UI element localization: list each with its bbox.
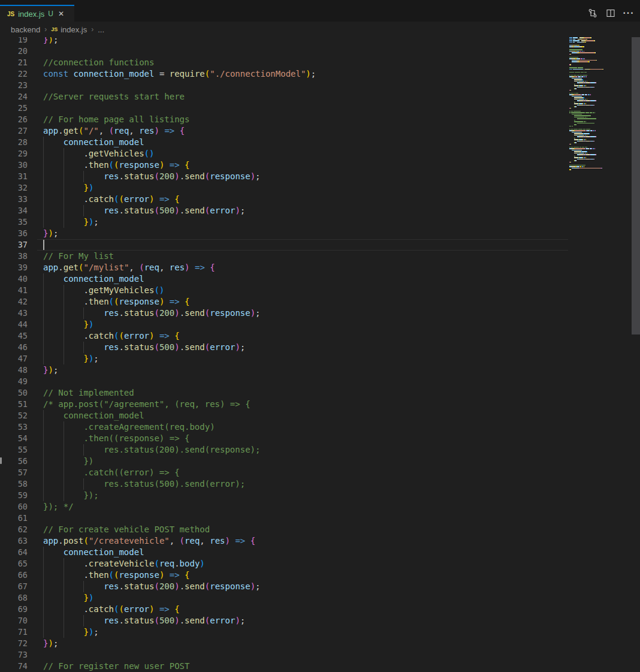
code-line[interactable]: 29 .getVehicles() xyxy=(0,148,568,159)
code-line[interactable]: 47 }); xyxy=(0,353,568,364)
code-line[interactable]: 62// For create vehicle POST method xyxy=(0,524,568,535)
code-line[interactable]: 64 connection_model xyxy=(0,547,568,558)
indent-guide xyxy=(64,159,64,171)
code-line[interactable]: 31 res.status(200).send(response); xyxy=(0,171,568,182)
code-line[interactable]: 59 }); xyxy=(0,490,568,501)
code-line[interactable]: 50// Not implemented xyxy=(0,387,568,399)
scrollbar-thumb[interactable] xyxy=(632,37,640,335)
code-line[interactable]: 70 res.status(500).send(error); xyxy=(0,615,568,626)
code-line[interactable]: 39app.get("/mylist", (req, res) => { xyxy=(0,262,568,273)
code-line[interactable]: 28 connection_model xyxy=(0,137,568,148)
code-line[interactable]: 54 .then((response) => { xyxy=(0,433,568,444)
indent-guide xyxy=(43,353,44,364)
indent-guide xyxy=(43,467,44,478)
code-line[interactable]: 55 res.status(200).send(response); xyxy=(0,444,568,456)
close-tab-icon[interactable]: ✕ xyxy=(58,10,64,18)
code-line[interactable]: 57 .catch((error) => { xyxy=(0,467,568,478)
code-line[interactable]: 26// For home page all listings xyxy=(0,114,568,125)
code-line[interactable]: 68 }) xyxy=(0,592,568,604)
code-line[interactable]: 40 connection_model xyxy=(0,273,568,285)
javascript-file-icon: JS xyxy=(51,26,58,32)
code-line[interactable]: 63app.post("/createvehicle", (req, res) … xyxy=(0,535,568,547)
code-text xyxy=(43,376,568,387)
indent-guide xyxy=(64,444,64,456)
breadcrumb-item-index-js[interactable]: JS index.js xyxy=(51,25,87,34)
code-line[interactable]: 35 }); xyxy=(0,216,568,228)
code-line[interactable]: 41 .getMyVehicles() xyxy=(0,285,568,296)
indent-guide xyxy=(83,308,84,319)
code-line[interactable]: 36}); xyxy=(0,228,568,239)
more-actions-icon[interactable]: ··· xyxy=(623,8,634,19)
code-line[interactable]: 52 connection_model xyxy=(0,410,568,421)
code-line[interactable]: 58 res.status(500).send(error); xyxy=(0,478,568,490)
code-text: }); xyxy=(43,626,568,638)
indent-guide xyxy=(64,478,64,490)
breadcrumb-separator: › xyxy=(44,25,47,34)
code-line[interactable]: 34 res.status(500).send(error); xyxy=(0,205,568,216)
line-number: 73 xyxy=(0,649,28,661)
code-line[interactable]: 21//connection functions xyxy=(0,57,568,68)
code-line[interactable]: 69 .catch((error) => { xyxy=(0,604,568,615)
code-text: }); xyxy=(43,228,568,239)
indent-guide xyxy=(83,205,84,216)
line-number: 71 xyxy=(0,626,28,638)
vertical-scrollbar[interactable] xyxy=(632,37,640,672)
code-line[interactable]: 43 res.status(200).send(response); xyxy=(0,308,568,319)
code-line[interactable]: 32 }) xyxy=(0,182,568,194)
code-line[interactable]: 71 }); xyxy=(0,626,568,638)
code-line[interactable]: 60}); */ xyxy=(0,501,568,513)
code-line[interactable]: 53 .createAgreement(req.body) xyxy=(0,421,568,433)
code-line[interactable]: 37 xyxy=(0,239,568,251)
code-line[interactable]: 42 .then((response) => { xyxy=(0,296,568,308)
indent-guide xyxy=(64,205,64,216)
code-line[interactable]: 30 .then((response) => { xyxy=(0,159,568,171)
code-line[interactable]: 46 res.status(500).send(error); xyxy=(0,342,568,353)
editor-actions: ··· xyxy=(587,5,634,22)
code-line[interactable]: 25 xyxy=(0,103,568,114)
code-line[interactable]: 66 .then((response) => { xyxy=(0,569,568,581)
breadcrumb-item-backend[interactable]: backend xyxy=(11,25,40,34)
code-line[interactable]: 33 .catch((error) => { xyxy=(0,194,568,205)
code-line[interactable]: 22const connection_model = require("./co… xyxy=(0,68,568,80)
line-number: 70 xyxy=(0,615,28,626)
code-line[interactable]: 24//Server requests start here xyxy=(0,91,568,103)
line-number: 74 xyxy=(0,661,28,672)
code-text: // Not implemented xyxy=(43,387,568,399)
code-line[interactable]: 65 .createVehicle(req.body) xyxy=(0,558,568,569)
indent-guide xyxy=(64,615,64,626)
code-text: res.status(200).send(response); xyxy=(43,171,568,182)
code-line[interactable]: 48}); xyxy=(0,364,568,376)
split-editor-icon[interactable] xyxy=(605,8,616,19)
code-line[interactable]: 38// For My list xyxy=(0,251,568,262)
code-line[interactable]: 49 xyxy=(0,376,568,387)
code-line[interactable]: 74// For register new user POST xyxy=(0,661,568,672)
indent-guide xyxy=(43,444,44,456)
code-line[interactable]: 73 xyxy=(0,649,568,661)
code-line[interactable]: 61 xyxy=(0,513,568,524)
code-line[interactable]: 72}); xyxy=(0,638,568,649)
indent-guide xyxy=(43,319,44,330)
line-number: 25 xyxy=(0,103,28,114)
breadcrumb-item-symbol[interactable]: ... xyxy=(98,25,104,34)
line-number: 47 xyxy=(0,353,28,364)
code-line[interactable]: 19}); xyxy=(0,37,568,46)
code-line[interactable]: 67 res.status(200).send(response); xyxy=(0,581,568,592)
code-editor[interactable]: 19});2021//connection functions22const c… xyxy=(0,37,640,672)
code-line[interactable]: 45 .catch((error) => { xyxy=(0,330,568,342)
code-line[interactable]: 27app.get("/", (req, res) => { xyxy=(0,125,568,137)
code-text: }); */ xyxy=(43,501,568,513)
line-number: 62 xyxy=(0,524,28,535)
code-text: connection_model xyxy=(43,273,568,285)
code-line[interactable]: 51/* app.post("/agreement", (req, res) =… xyxy=(0,399,568,410)
line-number: 38 xyxy=(0,251,28,262)
code-line[interactable]: 56 }) xyxy=(0,456,568,467)
compare-changes-icon[interactable] xyxy=(587,8,598,19)
code-line[interactable]: 20 xyxy=(0,46,568,57)
tab-index-js[interactable]: JS index.js U ✕ xyxy=(0,5,74,22)
line-number: 61 xyxy=(0,513,28,524)
code-line[interactable]: 44 }) xyxy=(0,319,568,330)
code-line[interactable]: 23 xyxy=(0,80,568,91)
minimap[interactable] xyxy=(569,37,627,672)
line-number: 20 xyxy=(0,46,28,57)
line-number: 64 xyxy=(0,547,28,558)
